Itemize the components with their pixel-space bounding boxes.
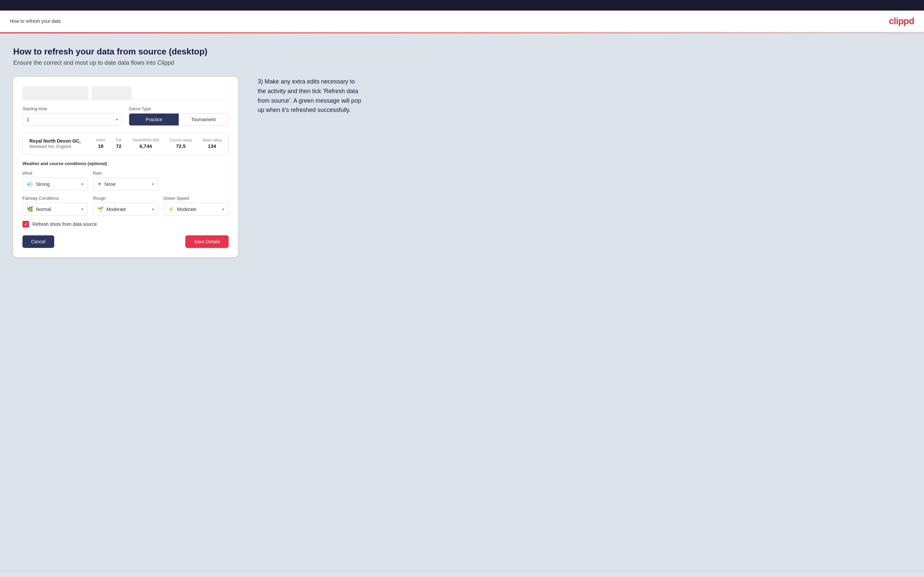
checkbox-checked[interactable] xyxy=(23,221,29,227)
fairway-group: Fairway Conditions 🌿 Normal ▾ xyxy=(23,196,87,216)
fairway-chevron: ▾ xyxy=(81,207,83,211)
logo: clippd xyxy=(889,16,914,26)
green-speed-chevron: ▾ xyxy=(222,207,224,211)
page-heading: How to refresh your data from source (de… xyxy=(13,47,911,57)
rough-label: Rough xyxy=(93,196,158,201)
green-speed-group: Green Speed ⚡ Moderate ▾ xyxy=(163,196,229,216)
rough-icon: 🌱 xyxy=(97,206,104,212)
wind-label: Wind xyxy=(23,171,87,176)
rough-value: Moderate xyxy=(107,206,152,212)
stat-slope-rating: Slope rating 134 xyxy=(202,138,222,149)
starting-hole-label: Starting Hole xyxy=(23,106,122,111)
game-type-group: Game Type Practice Tournament xyxy=(129,106,229,126)
wind-icon: 💨 xyxy=(27,181,33,187)
slope-rating-label: Slope rating xyxy=(202,138,222,142)
header-title: How to refresh your data xyxy=(10,18,60,24)
course-name-group: Royal North Devon GC, Westward Ho!, Engl… xyxy=(29,138,81,149)
rain-group: Rain ☀ None ▾ xyxy=(93,171,158,190)
sidebar-text: 3) Make any extra edits necessary to the… xyxy=(258,77,363,115)
tab-placeholder-1 xyxy=(23,86,89,99)
form-row-top: Starting Hole 1 ▾ Game Type Practice Tou… xyxy=(23,106,229,126)
top-bar xyxy=(0,0,924,11)
green-speed-icon: ⚡ xyxy=(168,206,174,212)
yards-value: 6,744 xyxy=(139,143,152,149)
course-name: Royal North Devon GC, xyxy=(29,138,81,143)
page-subheading: Ensure the correct and most up to date d… xyxy=(13,60,911,66)
wind-group: Wind 💨 Strong ▾ xyxy=(23,171,87,190)
save-button[interactable]: Save Details xyxy=(185,235,229,248)
main-content: How to refresh your data from source (de… xyxy=(0,33,924,571)
course-rating-label: Course rating xyxy=(170,138,192,142)
footer: Copyright Clippd 2022 xyxy=(0,571,924,577)
rough-select[interactable]: 🌱 Moderate ▾ xyxy=(93,203,158,216)
conditions-section: Weather and course conditions (optional)… xyxy=(23,161,229,216)
header: How to refresh your data clippd xyxy=(0,11,924,32)
stat-holes: Holes 18 xyxy=(96,138,105,149)
form-card: Starting Hole 1 ▾ Game Type Practice Tou… xyxy=(13,77,238,257)
rough-chevron: ▾ xyxy=(152,207,154,211)
content-row: Starting Hole 1 ▾ Game Type Practice Tou… xyxy=(13,77,911,257)
checkbox-row[interactable]: Refresh shots from data source xyxy=(23,221,229,227)
refresh-label: Refresh shots from data source xyxy=(32,221,97,227)
course-stats: Holes 18 Par 72 Yards/White (M)) 6,744 xyxy=(96,138,222,149)
empty-col xyxy=(163,171,229,190)
wind-select[interactable]: 💨 Strong ▾ xyxy=(23,177,87,190)
course-location: Westward Ho!, England xyxy=(29,144,81,149)
rain-label: Rain xyxy=(93,171,158,176)
game-type-label: Game Type xyxy=(129,106,229,111)
toggle-buttons: Practice Tournament xyxy=(129,113,229,126)
holes-label: Holes xyxy=(96,138,105,142)
stat-yards: Yards/White (M)) 6,744 xyxy=(132,138,159,149)
wind-chevron: ▾ xyxy=(81,182,83,187)
yards-label: Yards/White (M)) xyxy=(132,138,159,142)
conditions-row-2: Fairway Conditions 🌿 Normal ▾ Rough 🌱 Mo… xyxy=(23,196,229,216)
practice-button[interactable]: Practice xyxy=(129,114,179,126)
tournament-button[interactable]: Tournament xyxy=(179,114,228,126)
starting-hole-value: 1 xyxy=(23,114,122,126)
stat-par: Par 72 xyxy=(116,138,121,149)
action-row: Cancel Save Details xyxy=(23,235,229,248)
green-speed-select[interactable]: ⚡ Moderate ▾ xyxy=(163,203,229,216)
starting-hole-arrow: ▾ xyxy=(116,117,118,122)
green-speed-label: Green Speed xyxy=(163,196,229,201)
conditions-row-1: Wind 💨 Strong ▾ Rain ☀ None ▾ xyxy=(23,171,229,190)
card-top-tabs xyxy=(23,86,229,100)
fairway-select[interactable]: 🌿 Normal ▾ xyxy=(23,203,87,216)
course-rating-value: 72.5 xyxy=(176,143,186,149)
rain-icon: ☀ xyxy=(97,181,102,187)
course-info-header: Royal North Devon GC, Westward Ho!, Engl… xyxy=(29,138,222,149)
rain-chevron: ▾ xyxy=(152,182,154,187)
cancel-button[interactable]: Cancel xyxy=(23,235,54,248)
fairway-icon: 🌿 xyxy=(27,206,33,212)
wind-value: Strong xyxy=(36,182,81,187)
fairway-value: Normal xyxy=(36,206,81,212)
par-value: 72 xyxy=(116,143,121,149)
holes-value: 18 xyxy=(98,143,103,149)
conditions-title: Weather and course conditions (optional) xyxy=(23,161,229,166)
sidebar-description: 3) Make any extra edits necessary to the… xyxy=(258,77,363,115)
par-label: Par xyxy=(116,138,121,142)
starting-hole-group: Starting Hole 1 ▾ xyxy=(23,106,122,126)
slope-rating-value: 134 xyxy=(208,143,216,149)
stat-course-rating: Course rating 72.5 xyxy=(170,138,192,149)
rough-group: Rough 🌱 Moderate ▾ xyxy=(93,196,158,216)
tab-placeholder-2 xyxy=(92,86,131,99)
course-info-box: Royal North Devon GC, Westward Ho!, Engl… xyxy=(23,132,229,155)
rain-value: None xyxy=(104,182,152,187)
green-speed-value: Moderate xyxy=(177,206,222,212)
starting-hole-select[interactable]: 1 ▾ xyxy=(23,113,122,126)
fairway-label: Fairway Conditions xyxy=(23,196,87,201)
rain-select[interactable]: ☀ None ▾ xyxy=(93,177,158,190)
